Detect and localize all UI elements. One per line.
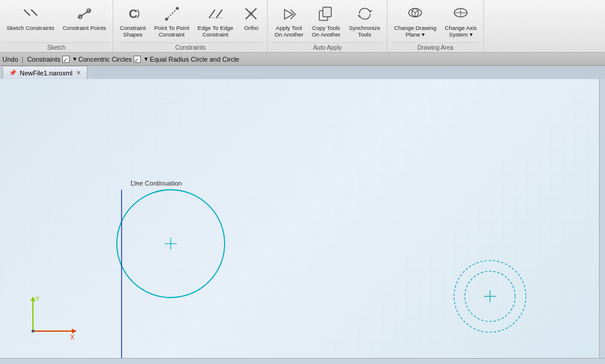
svg-line-10 xyxy=(216,10,222,18)
svg-line-2 xyxy=(78,10,91,18)
ortho-label: Ortho xyxy=(244,25,258,31)
constraints-checkbox[interactable]: ✓ xyxy=(62,56,69,63)
equal-label: Equal Radius Circle and Circle xyxy=(150,56,239,63)
concentric-checkbox[interactable]: ✓ xyxy=(134,56,141,63)
copy-tools-button[interactable]: Copy ToolsOn Another xyxy=(308,2,343,40)
constraint-points-label: Constraint Points xyxy=(63,25,106,31)
svg-rect-16 xyxy=(323,7,331,17)
svg-line-0 xyxy=(24,10,30,16)
constraints-tools: C ConstraintShapes Point To PointConstra… xyxy=(117,2,264,43)
undo-label: Undo xyxy=(2,56,18,63)
horizontal-scrollbar[interactable] xyxy=(0,358,605,364)
concentric-arrow: ▾ xyxy=(73,55,77,63)
apply-tool-label: Apply ToolOn Another xyxy=(274,25,303,38)
change-drawing-plane-label: Change DrawingPlane ▾ xyxy=(394,25,437,38)
vertical-scrollbar[interactable] xyxy=(599,79,605,364)
undo-item[interactable]: Undo xyxy=(2,56,18,63)
svg-marker-37 xyxy=(72,329,77,333)
svg-line-8 xyxy=(168,10,176,18)
constraint-shapes-button[interactable]: C ConstraintShapes xyxy=(117,2,149,40)
svg-marker-34 xyxy=(31,296,35,301)
svg-rect-22 xyxy=(0,79,605,364)
copy-tools-icon xyxy=(316,4,335,23)
tab-close-icon[interactable]: ✕ xyxy=(76,69,81,76)
point-to-point-button[interactable]: Point To PointConstraint xyxy=(151,2,192,40)
concentric-label: Concentric Circles xyxy=(78,56,132,63)
sketch-section-label: Sketch xyxy=(4,43,109,51)
svg-point-6 xyxy=(165,18,168,21)
svg-line-1 xyxy=(31,10,37,16)
toolbar-section-sketch: Sketch Constraints Constraint Points Ske… xyxy=(0,0,113,52)
coord-axes: Y X xyxy=(21,295,81,343)
toolbar-section-auto-apply: Apply ToolOn Another Copy ToolsOn Anothe… xyxy=(268,0,387,52)
constraint-shapes-label: ConstraintShapes xyxy=(120,25,146,38)
constraint-points-button[interactable]: Constraint Points xyxy=(60,2,109,33)
auto-apply-section-label: Auto Apply xyxy=(271,43,383,51)
equal-item: ▾ Equal Radius Circle and Circle xyxy=(144,55,239,63)
toolbar-section-drawing-area: Change DrawingPlane ▾ Change AxisSystem … xyxy=(388,0,484,52)
tab-title: NewFile1.naroxml xyxy=(20,69,72,77)
sketch-constraints-icon xyxy=(21,4,40,23)
point-to-point-label: Point To PointConstraint xyxy=(154,25,189,38)
tab-bar: 📌 NewFile1.naroxml ✕ xyxy=(0,66,605,79)
sync-tools-button[interactable]: SynchronizeTools xyxy=(346,2,383,40)
change-axis-system-icon xyxy=(451,4,470,23)
change-drawing-plane-button[interactable]: Change DrawingPlane ▾ xyxy=(391,2,440,40)
edge-to-edge-button[interactable]: Edge To EdgeConstraint xyxy=(195,2,237,40)
svg-text:C: C xyxy=(129,7,137,20)
change-axis-system-button[interactable]: Change AxisSystem ▾ xyxy=(442,2,480,40)
sync-tools-icon xyxy=(355,4,374,23)
sketch-constraints-button[interactable]: Sketch Constraints xyxy=(4,2,58,33)
drawing-area-tools: Change DrawingPlane ▾ Change AxisSystem … xyxy=(391,2,480,43)
svg-point-7 xyxy=(176,7,179,10)
tab-pin-icon: 📌 xyxy=(9,69,16,76)
file-tab[interactable]: 📌 NewFile1.naroxml ✕ xyxy=(2,66,87,79)
ortho-button[interactable]: Ortho xyxy=(238,2,264,33)
canvas-area[interactable]: Line Continuation Y X xyxy=(0,79,605,364)
canvas-svg xyxy=(0,79,605,364)
point-to-point-icon xyxy=(162,4,182,23)
equal-arrow: ▾ xyxy=(144,55,148,63)
auto-apply-tools: Apply ToolOn Another Copy ToolsOn Anothe… xyxy=(271,2,383,43)
constraints-item: Constraints ✓ xyxy=(27,56,69,63)
sketch-constraints-label: Sketch Constraints xyxy=(7,25,55,31)
change-axis-system-label: Change AxisSystem ▾ xyxy=(445,25,477,38)
copy-tools-label: Copy ToolsOn Another xyxy=(311,25,340,38)
status-bar: Undo | Constraints ✓ ▾ Concentric Circle… xyxy=(0,53,605,66)
constraint-points-icon xyxy=(75,4,94,23)
apply-tool-button[interactable]: Apply ToolOn Another xyxy=(271,2,306,40)
toolbar-section-constraints: C ConstraintShapes Point To PointConstra… xyxy=(113,0,268,52)
sketch-tools: Sketch Constraints Constraint Points xyxy=(4,2,109,43)
svg-text:Y: Y xyxy=(35,295,40,302)
constraint-shapes-icon: C xyxy=(123,4,143,23)
svg-line-9 xyxy=(209,10,215,18)
edge-to-edge-label: Edge To EdgeConstraint xyxy=(198,25,234,38)
constraints-label: Constraints xyxy=(27,56,60,63)
ortho-icon xyxy=(241,4,261,23)
constraints-section-label: Constraints xyxy=(117,43,264,51)
sync-tools-label: SynchronizeTools xyxy=(349,25,380,38)
drawing-area-section-label: Drawing Area xyxy=(391,43,480,51)
concentric-item: ▾ Concentric Circles ✓ xyxy=(73,55,141,63)
svg-point-39 xyxy=(32,330,35,333)
change-drawing-plane-icon xyxy=(406,4,425,23)
svg-text:X: X xyxy=(70,333,75,341)
edge-to-edge-icon xyxy=(206,4,225,23)
toolbar: Sketch Constraints Constraint Points Ske… xyxy=(0,0,605,53)
apply-tool-icon xyxy=(279,4,298,23)
